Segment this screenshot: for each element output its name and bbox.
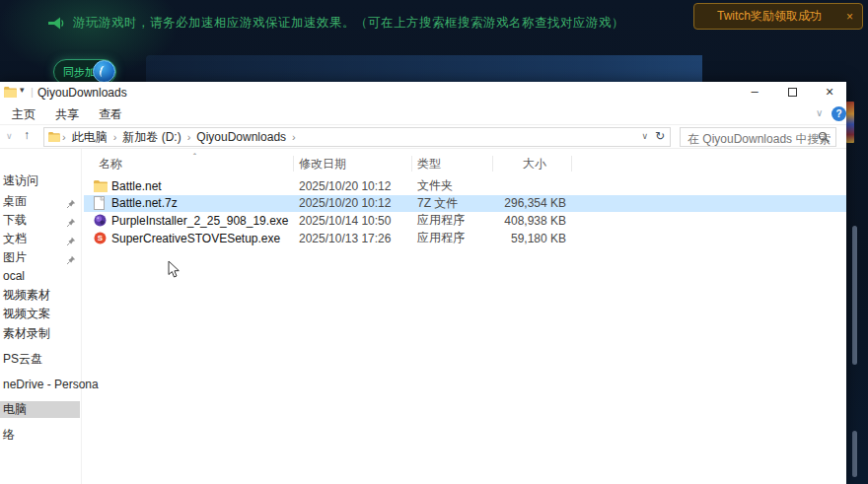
file-type: 7Z 文件 — [412, 195, 493, 212]
background-game-art — [846, 102, 854, 143]
ribbon-collapse-icon[interactable]: ∨ — [816, 107, 823, 118]
mouse-cursor — [168, 260, 181, 279]
breadcrumb-separator: › — [185, 131, 193, 143]
sidebar-item[interactable]: 文档 — [0, 231, 82, 247]
column-header-type[interactable]: 类型 — [412, 156, 493, 172]
sidebar-item-label: 电脑 — [0, 402, 27, 416]
sidebar-item-label: ocal — [0, 269, 25, 283]
file-date-modified: 2025/10/13 17:26 — [294, 232, 412, 245]
background-panel-edge — [146, 55, 702, 82]
file-date-modified: 2025/10/20 10:12 — [294, 179, 412, 193]
folder-icon — [94, 180, 111, 192]
archive-file-icon — [94, 196, 111, 210]
refresh-icon[interactable]: ↻ — [655, 129, 665, 143]
breadcrumb-separator: › — [290, 131, 298, 143]
sidebar-item-label: 视频文案 — [0, 307, 50, 320]
file-size: 59,180 KB — [493, 232, 572, 245]
file-type: 文件夹 — [412, 177, 493, 194]
file-size: 296,354 KB — [493, 196, 572, 210]
recent-locations-chevron-icon[interactable]: ∨ — [6, 131, 13, 141]
sidebar-item-label: 素材录制 — [0, 326, 50, 340]
column-header-row: 名称 ˆ 修改日期 类型 大小 — [84, 154, 846, 173]
file-row[interactable]: Battle.net2025/10/20 10:12文件夹 — [84, 177, 846, 195]
sidebar-item[interactable]: 视频素材 — [0, 287, 82, 304]
app-scrollbar-thumb[interactable] — [852, 226, 857, 365]
column-header-name[interactable]: 名称 ˆ — [94, 156, 294, 172]
column-header-label: 修改日期 — [299, 157, 346, 171]
file-type: 应用程序 — [412, 230, 493, 246]
tab-share[interactable]: 共享 — [55, 106, 79, 123]
explorer-body: 速访问桌面下载文档图片ocal视频素材视频文案素材录制PS云盘neDrive -… — [0, 149, 846, 484]
titlebar-divider: | — [31, 86, 34, 98]
file-row[interactable]: Battle.net.7z2025/10/20 10:127Z 文件296,35… — [84, 195, 846, 213]
stove-app-icon: S — [94, 232, 111, 244]
sidebar-item[interactable]: 图片 — [0, 249, 82, 266]
sidebar-item[interactable]: 络 — [0, 427, 82, 444]
file-list: Battle.net2025/10/20 10:12文件夹Battle.net.… — [84, 177, 846, 246]
minimize-button[interactable]: – — [740, 82, 769, 104]
tab-view[interactable]: 查看 — [99, 106, 122, 123]
twitch-reward-toast[interactable]: Twitch奖励领取成功 × — [693, 3, 863, 30]
sync-rocket-icon[interactable] — [93, 60, 115, 83]
toast-close-icon[interactable]: × — [846, 10, 853, 24]
quick-access-toolbar-dropdown-icon[interactable]: ▾ — [20, 85, 25, 95]
file-row[interactable]: SSuperCreativeSTOVESetup.exe2025/10/13 1… — [84, 230, 846, 247]
sidebar-item-label: 下载 — [0, 213, 27, 227]
sidebar-item-label: 络 — [0, 428, 15, 442]
sidebar-item-label: PS云盘 — [0, 352, 42, 366]
column-header-label: 名称 — [99, 157, 122, 171]
file-name: PurpleInstaller_2_25_908_19.exe — [111, 214, 294, 228]
purple-app-icon — [94, 214, 111, 227]
sidebar-item[interactable]: PS云盘 — [0, 351, 82, 368]
sidebar-item[interactable]: 下载 — [0, 212, 82, 229]
address-bar[interactable]: › 此电脑 › 新加卷 (D:) › QiyouDownloads › ∨ ↻ — [43, 127, 671, 147]
title-bar[interactable]: ▾ | QiyouDownloads – × — [0, 82, 846, 104]
breadcrumb-drive-d[interactable]: 新加卷 (D:) — [118, 129, 184, 146]
help-icon[interactable]: ? — [832, 106, 846, 121]
ribbon-menu-bar: 主页 共享 查看 ∨ ? — [0, 104, 846, 125]
folder-icon — [48, 132, 60, 142]
address-bar-row: ∨ ↑ › 此电脑 › 新加卷 (D:) › QiyouDownloads › … — [0, 125, 846, 149]
app-scrollbar-thumb[interactable] — [852, 431, 857, 477]
up-one-level-button[interactable]: ↑ — [24, 128, 30, 142]
file-name: Battle.net — [111, 179, 294, 193]
file-name: SuperCreativeSTOVESetup.exe — [111, 232, 294, 245]
file-date-modified: 2025/10/14 10:50 — [294, 214, 412, 228]
notice-text: 游玩游戏时，请务必加速相应游戏保证加速效果。（可在上方搜索框搜索游戏名称查找对应… — [73, 15, 624, 32]
sidebar-item[interactable]: 桌面 — [0, 193, 82, 210]
file-row[interactable]: PurpleInstaller_2_25_908_19.exe2025/10/1… — [84, 212, 846, 230]
column-header-label: 大小 — [523, 157, 546, 171]
close-button[interactable]: × — [815, 82, 844, 104]
sidebar-item[interactable]: 电脑 — [0, 401, 80, 418]
file-size: 408,938 KB — [493, 214, 572, 228]
sidebar-item[interactable]: 视频文案 — [0, 306, 82, 322]
folder-icon[interactable] — [4, 87, 17, 98]
address-dropdown-icon[interactable]: ∨ — [641, 131, 648, 141]
tab-home[interactable]: 主页 — [12, 106, 36, 123]
column-header-date[interactable]: 修改日期 — [294, 156, 412, 172]
file-explorer-window: ▾ | QiyouDownloads – × 主页 共享 查看 ∨ ? ∨ ↑ … — [0, 82, 846, 484]
maximize-button[interactable] — [777, 82, 807, 104]
maximize-icon — [788, 88, 797, 97]
screen: 游玩游戏时，请务必加速相应游戏保证加速效果。（可在上方搜索框搜索游戏名称查找对应… — [0, 0, 868, 484]
breadcrumb-this-pc[interactable]: 此电脑 — [68, 129, 111, 146]
sidebar-item-label: 图片 — [0, 250, 27, 264]
sidebar-item[interactable]: 素材录制 — [0, 325, 82, 342]
sidebar-item[interactable]: neDrive - Persona — [0, 377, 82, 393]
sort-ascending-icon: ˆ — [193, 149, 196, 165]
breadcrumb-separator: › — [60, 131, 68, 143]
sidebar-item[interactable]: 速访问 — [0, 173, 82, 189]
navigation-pane: 速访问桌面下载文档图片ocal视频素材视频文案素材录制PS云盘neDrive -… — [0, 149, 82, 484]
breadcrumb-qiyoudownloads[interactable]: QiyouDownloads — [192, 130, 290, 144]
column-header-size[interactable]: 大小 — [493, 156, 572, 172]
file-name: Battle.net.7z — [111, 196, 294, 210]
sidebar-item-label: 文档 — [0, 232, 27, 245]
sidebar-item[interactable]: ocal — [0, 268, 82, 285]
column-header-label: 类型 — [417, 157, 441, 171]
search-icon — [818, 131, 830, 143]
file-list-pane: 名称 ˆ 修改日期 类型 大小 Battle.net2025/10/20 10:… — [84, 149, 846, 484]
svg-text:S: S — [98, 234, 104, 242]
toast-text: Twitch奖励领取成功 — [717, 8, 839, 25]
sidebar-item-label: 桌面 — [0, 194, 27, 208]
search-input[interactable]: 在 QiyouDownloads 中搜索 — [680, 127, 836, 147]
